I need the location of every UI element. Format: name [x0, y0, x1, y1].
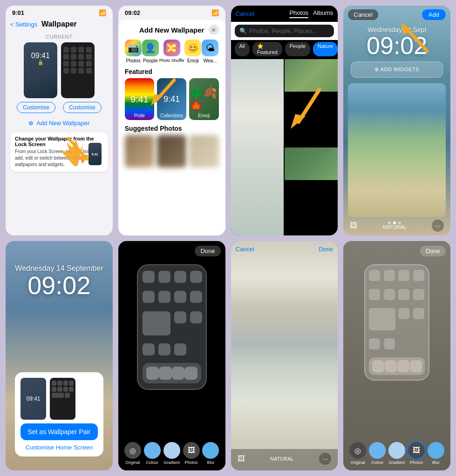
- cancel-button-7[interactable]: Cancel: [236, 246, 254, 253]
- back-button[interactable]: < Settings: [10, 21, 37, 28]
- close-button[interactable]: ✕: [209, 25, 219, 35]
- type-shuffle[interactable]: 🔀 Photo Shuffle: [159, 40, 184, 63]
- app-icon: [158, 271, 170, 283]
- blur-label-8: Blur: [432, 460, 440, 465]
- featured-pride[interactable]: 9:41 Pride: [125, 78, 154, 120]
- customize-home-button[interactable]: Customise: [63, 102, 102, 113]
- option-photos-8[interactable]: 🖼 Photos: [408, 442, 425, 465]
- featured-collections[interactable]: 9:41 Collections: [157, 78, 186, 120]
- original-label-8: Original: [351, 460, 365, 465]
- tab-photos[interactable]: Photos: [289, 9, 308, 18]
- type-people[interactable]: 👤 People: [142, 40, 159, 63]
- weather-label: Wea...: [204, 58, 217, 63]
- shuffle-icon: 🔀: [163, 40, 180, 56]
- options-bar-8: ◎ Original Colour Gradient 🖼 Photos Blur: [343, 438, 450, 470]
- add-widgets-button[interactable]: ⊕ ADD WIDGETS: [351, 61, 443, 78]
- option-original[interactable]: ◎ Original: [124, 442, 141, 465]
- dock-icon-4: [184, 367, 197, 380]
- option-photos[interactable]: 🖼 Photos: [183, 442, 200, 465]
- suggested-photo-2[interactable]: [157, 135, 186, 168]
- emoji-label: Emoji: [187, 58, 199, 63]
- dock-icon-3: [172, 367, 185, 380]
- option-blur-8[interactable]: Blur: [428, 442, 444, 465]
- filter-people[interactable]: People: [285, 42, 310, 56]
- type-emoji[interactable]: 😊 Emoji: [184, 40, 201, 63]
- mini-home-preview[interactable]: [50, 378, 75, 420]
- pride-time: 9:41: [130, 94, 149, 105]
- photo-picker-header: Cancel Photos Albums: [231, 6, 338, 22]
- cancel-button-4[interactable]: Cancel: [348, 9, 378, 20]
- customize-home-link[interactable]: Customise Home Screen: [20, 444, 98, 451]
- dot-2: [393, 221, 396, 224]
- tab-albums[interactable]: Albums: [313, 9, 333, 18]
- app-icon-8: [384, 289, 395, 300]
- app-icon: [174, 291, 186, 303]
- app-icon: [174, 271, 186, 283]
- add-wallpaper-sheet-cell: 09:02 📶 Add New Wallpaper ✕ 📷 Photos 👤 P…: [118, 6, 225, 235]
- more-button[interactable]: ···: [432, 220, 444, 232]
- add-button[interactable]: Add: [422, 9, 446, 20]
- option-gradient-8[interactable]: Gradient: [388, 442, 405, 465]
- photo-icon-7: 🖼: [238, 455, 245, 463]
- preview-inner: 09:41: [20, 378, 98, 420]
- nav-header: < Settings Wallpaper: [6, 18, 113, 32]
- preview-icon: 🔒: [24, 60, 57, 65]
- option-colour-8[interactable]: Colour: [369, 442, 386, 465]
- more-button-7[interactable]: ···: [319, 453, 331, 465]
- dock-icon-1: [146, 367, 159, 380]
- home-screen-preview[interactable]: [61, 42, 95, 98]
- app-icon-large: [143, 311, 170, 335]
- option-blur[interactable]: Blur: [202, 442, 219, 465]
- photo-aerial-1[interactable]: [285, 59, 338, 92]
- customize-lock-button[interactable]: Customise: [17, 102, 55, 113]
- photo-aerial-2[interactable]: [285, 147, 338, 180]
- filter-all[interactable]: All: [235, 42, 250, 56]
- plus-icon: ⊕: [28, 120, 34, 127]
- photo-waterfall[interactable]: [231, 59, 284, 235]
- natural-label: NATURAL: [357, 224, 432, 230]
- dock-icon-8-1: [372, 360, 384, 372]
- phone-frame: [137, 264, 207, 390]
- emoji-icon: 😊: [184, 40, 201, 56]
- option-gradient[interactable]: Gradient: [163, 442, 180, 465]
- sheet-title: Add New Wallpaper: [135, 26, 209, 34]
- mini-lock-preview[interactable]: 09:41: [20, 378, 46, 420]
- signal-2: 📶: [211, 9, 219, 16]
- time-display: 9:01: [12, 9, 24, 16]
- type-photos[interactable]: 📷 Photos: [125, 40, 142, 63]
- shuffle-label: Photo Shuffle: [159, 58, 184, 63]
- app-icon-8: [369, 289, 380, 300]
- app-icon-8: [369, 270, 380, 281]
- done-button-8[interactable]: Done: [420, 246, 446, 256]
- type-weather[interactable]: 🌤 Wea...: [202, 40, 218, 63]
- filter-chips: All ⭐ Featured People Nature: [231, 40, 338, 59]
- gradient-icon: [163, 442, 180, 459]
- preview-time: 09:41: [24, 52, 57, 60]
- colour-icon: [144, 442, 161, 459]
- phone-frame-8: [364, 264, 429, 381]
- option-original-8[interactable]: ◎ Original: [349, 442, 366, 465]
- lock-screen-preview-cell: Cancel Add Wednesday 14 Sept 09:02 ⊕ ADD…: [343, 6, 450, 235]
- home-grid: [61, 42, 95, 76]
- suggested-photo-3[interactable]: [189, 135, 218, 168]
- add-wallpaper-button[interactable]: ⊕ Add New Wallpaper: [6, 117, 113, 129]
- suggested-photo-1[interactable]: [125, 135, 154, 168]
- filter-nature[interactable]: Nature: [313, 42, 338, 56]
- set-wallpaper-button[interactable]: Set as Wallpaper Pair: [20, 423, 98, 440]
- option-colour[interactable]: Colour: [144, 442, 161, 465]
- filter-featured[interactable]: ⭐ Featured: [252, 42, 282, 56]
- app-icon-8: [413, 270, 424, 281]
- cancel-button-3[interactable]: Cancel: [236, 10, 254, 17]
- customize-buttons: Customise Customise: [6, 98, 113, 117]
- done-button-6[interactable]: Done: [195, 246, 220, 256]
- photo-bottom-bar: 🖼 NATURAL ···: [231, 449, 338, 470]
- home-screen-photo-cell: Done: [343, 241, 450, 471]
- done-button-7[interactable]: Done: [319, 246, 333, 253]
- pride-label: Pride: [125, 113, 154, 118]
- waterfall-preview-cell: Cancel Done 🖼 NATURAL ···: [231, 241, 338, 471]
- blur-label: Blur: [207, 460, 214, 465]
- featured-emoji[interactable]: 🌲🍂🍁 Emoji: [189, 78, 218, 120]
- lock-screen-preview[interactable]: 09:41 🔒: [24, 42, 57, 98]
- search-bar[interactable]: 🔍 Photos, People, Places...: [235, 25, 334, 37]
- status-bar: 9:01 📶: [6, 6, 113, 18]
